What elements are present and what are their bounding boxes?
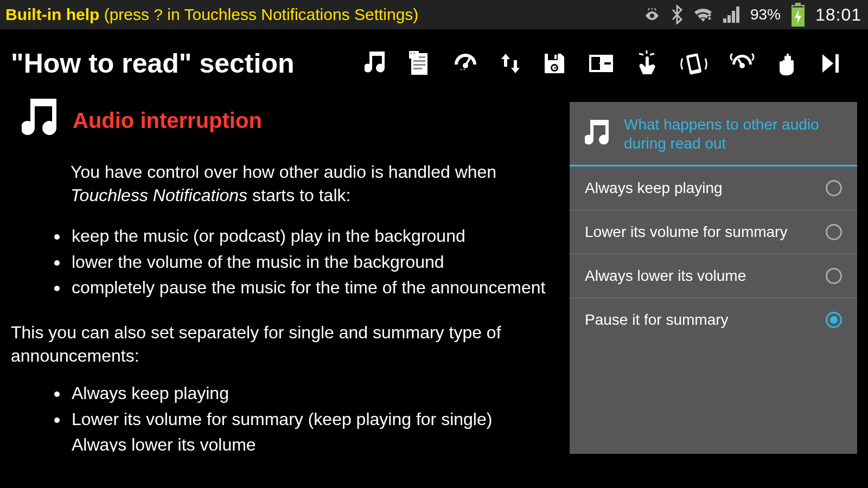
section-music-icon bbox=[22, 99, 61, 142]
gauge-icon[interactable]: “ ” bbox=[452, 52, 478, 75]
bullet-list-1: keep the music (or podcast) play in the … bbox=[11, 224, 553, 299]
page-header: "How to read" section “ ” “ ” bbox=[0, 29, 868, 84]
bluetooth-icon bbox=[671, 5, 683, 24]
radio-button[interactable] bbox=[826, 224, 842, 240]
music-icon[interactable] bbox=[365, 52, 387, 75]
wifi-icon bbox=[693, 7, 713, 23]
svg-rect-2 bbox=[793, 6, 803, 8]
panel-music-icon bbox=[585, 120, 611, 148]
list-item: lower the volume of the music in the bac… bbox=[68, 251, 553, 274]
list-item: completely pause the music for the time … bbox=[68, 276, 553, 299]
touch-icon[interactable] bbox=[636, 50, 659, 76]
section-header: Audio interruption bbox=[11, 99, 553, 142]
content-area: Audio interruption You have control over… bbox=[0, 84, 868, 454]
status-bar: Built-in help (press ? in Touchless Noti… bbox=[0, 0, 868, 29]
hand-icon[interactable] bbox=[777, 50, 800, 76]
section-intro: You have control over how other audio is… bbox=[11, 160, 553, 207]
option-label: Lower its volume for summary bbox=[585, 223, 787, 241]
option-row[interactable]: Always keep playing bbox=[570, 166, 857, 210]
nav-icons: “ ” “ ” bbox=[365, 50, 851, 76]
option-label: Always keep playing bbox=[585, 179, 723, 197]
option-label: Pause it for summary bbox=[585, 311, 729, 329]
option-row[interactable]: Always lower its volume bbox=[570, 254, 857, 298]
save-icon[interactable] bbox=[542, 52, 566, 75]
svg-rect-6 bbox=[413, 64, 425, 66]
option-label: Always lower its volume bbox=[585, 267, 746, 285]
notes-icon[interactable]: “ ” bbox=[409, 51, 431, 76]
svg-rect-5 bbox=[413, 60, 425, 62]
next-icon[interactable] bbox=[821, 53, 840, 74]
bullet-list-2: Always keep playing Lower its volume for… bbox=[11, 382, 553, 451]
clock: 18:01 bbox=[815, 5, 861, 25]
eye-icon bbox=[643, 8, 661, 21]
battery-percent: 93% bbox=[750, 6, 781, 23]
options-panel: What happens to other audio during read … bbox=[570, 102, 857, 454]
status-help-text: Built-in help (press ? in Touchless Noti… bbox=[5, 5, 418, 24]
shake-icon[interactable] bbox=[680, 51, 707, 76]
signal-icon bbox=[723, 7, 741, 23]
radio-button[interactable] bbox=[826, 268, 842, 284]
svg-rect-11 bbox=[465, 57, 470, 65]
svg-rect-14 bbox=[554, 55, 557, 59]
help-text: Audio interruption You have control over… bbox=[11, 99, 559, 454]
svg-text:“ ”: “ ” bbox=[410, 52, 415, 58]
battery-icon bbox=[790, 3, 806, 27]
svg-rect-17 bbox=[591, 57, 600, 70]
radio-button[interactable] bbox=[826, 180, 842, 196]
panel-header: What happens to other audio during read … bbox=[570, 102, 857, 166]
svg-text:“ ”: “ ” bbox=[460, 68, 465, 74]
list-item: Always lower its volume bbox=[68, 433, 553, 452]
list-item: keep the music (or podcast) play in the … bbox=[68, 224, 553, 248]
option-row[interactable]: Lower its volume for summary bbox=[570, 210, 857, 254]
svg-rect-0 bbox=[795, 3, 801, 5]
list-item: Always keep playing bbox=[68, 382, 553, 405]
page-title: "How to read" section bbox=[11, 48, 295, 79]
separator-text: This you can also set separately for sin… bbox=[11, 321, 553, 368]
panel-title: What happens to other audio during read … bbox=[624, 115, 845, 153]
list-item: Lower its volume for summary (keep playi… bbox=[68, 408, 553, 431]
radio-button[interactable] bbox=[826, 312, 842, 328]
layout-icon[interactable] bbox=[588, 53, 614, 74]
status-indicators: 93% 18:01 bbox=[643, 3, 861, 27]
option-row[interactable]: Pause it for summary bbox=[570, 298, 857, 342]
svg-rect-7 bbox=[413, 68, 422, 69]
sensor-icon[interactable] bbox=[729, 52, 755, 75]
section-title: Audio interruption bbox=[73, 106, 262, 135]
updown-icon[interactable] bbox=[500, 52, 521, 75]
svg-rect-18 bbox=[604, 62, 611, 65]
